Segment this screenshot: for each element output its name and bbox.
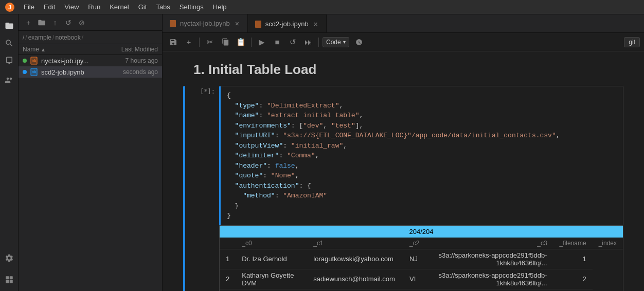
output-table: _c0 _c1 _c2 _c3 _filename _index 1Dr. Iz…	[220, 238, 623, 292]
table-cell: s3a://sparkoneks-appcode291f5ddb-1khk8u4…	[426, 249, 553, 269]
col-header-c2: _c2	[403, 238, 426, 249]
notebook-content: 1. Initial Table Load [*]: { "type": "De…	[163, 51, 644, 291]
col-header-filename: _filename	[553, 238, 593, 249]
table-row: 2Katharyn Goyette DVMsadiewunsch@hotmail…	[220, 269, 623, 289]
copy-button[interactable]	[219, 35, 232, 49]
paste-button[interactable]: 📋	[234, 35, 247, 49]
tab-notebook-icon	[169, 20, 177, 28]
menu-view[interactable]: View	[60, 2, 83, 12]
svg-text:J: J	[8, 5, 11, 10]
cut-button[interactable]: ✂	[203, 35, 217, 49]
stop-button[interactable]: ■	[271, 35, 284, 49]
svg-text:nb: nb	[32, 59, 37, 62]
table-cell: s3a://sparkoneks-appcode291f5ddb-1khk8u4…	[426, 289, 553, 291]
cell-body[interactable]: { "type": "DelimitedExtract", "name": "e…	[219, 86, 623, 291]
file-name: nyctaxi-job.ipy...	[41, 57, 98, 65]
status-dot-blue	[23, 70, 27, 74]
list-item[interactable]: nb nyctaxi-job.ipy... 7 hours ago	[19, 55, 162, 66]
breadcrumb-root[interactable]: /	[23, 34, 24, 41]
tab-scd2[interactable]: scd2-job.ipynb ×	[248, 14, 327, 32]
file-panel-actions: + ↑ ↺ ⊘	[23, 17, 87, 28]
menu-file[interactable]: File	[20, 2, 39, 12]
cell-active-bar	[183, 86, 185, 291]
menu-settings[interactable]: Settings	[175, 2, 208, 12]
column-modified-header[interactable]: Last Modified	[101, 46, 158, 53]
svg-rect-2	[6, 276, 9, 279]
menu-help[interactable]: Help	[209, 2, 231, 12]
breadcrumb: / / example / notebook /	[19, 31, 162, 44]
file-panel-toolbar: + ↑ ↺ ⊘	[19, 14, 162, 31]
table-row: 1Dr. Iza Gerholdloragutkowski@yahoo.comN…	[220, 249, 623, 269]
col-header-c0: _c0	[236, 238, 307, 249]
git-icon[interactable]	[2, 53, 16, 68]
table-cell: danniekemmer@yahoo.com	[307, 289, 403, 291]
tab-notebook-icon	[254, 20, 262, 28]
chevron-down-icon: ▾	[343, 39, 346, 45]
refresh-button[interactable]: ↺	[63, 17, 74, 28]
users-icon[interactable]	[2, 73, 16, 87]
svg-rect-3	[9, 276, 12, 279]
menu-kernel[interactable]: Kernel	[105, 2, 133, 12]
toolbar-separator	[318, 38, 319, 47]
table-cell: VI	[403, 269, 426, 289]
save-button[interactable]	[167, 35, 180, 49]
add-cell-button[interactable]: +	[182, 35, 195, 49]
file-list: nb nyctaxi-job.ipy... 7 hours ago nb scd…	[19, 55, 162, 291]
fast-forward-button[interactable]: ⏭	[301, 35, 315, 49]
column-name-header[interactable]: Name ▲	[23, 46, 101, 53]
table-cell: Dr. Iza Gerhold	[236, 249, 307, 269]
extensions-icon[interactable]	[2, 272, 16, 287]
tab-label: scd2-job.ipynb	[265, 20, 309, 28]
notebook-icon: nb	[30, 68, 38, 76]
svg-rect-12	[170, 20, 176, 27]
app-logo: J	[4, 2, 15, 13]
table-cell: 3	[220, 289, 236, 291]
tab-bar: nyctaxi-job.ipynb × scd2-job.ipynb ×	[163, 14, 644, 33]
tab-close-button[interactable]: ×	[233, 20, 241, 28]
table-cell: Nikolas Tromp	[236, 289, 307, 291]
search-icon[interactable]	[2, 36, 16, 50]
icon-sidebar	[0, 14, 19, 291]
table-cell: s3a://sparkoneks-appcode291f5ddb-1khk8u4…	[426, 269, 553, 289]
notebook-toolbar: + ✂ 📋 ▶ ■ ↺ ⏭ Code ▾ git	[163, 33, 644, 51]
output-progress: 204/204	[220, 226, 623, 238]
cell-heading: 1. Initial Table Load	[183, 62, 623, 78]
breadcrumb-example[interactable]: example	[28, 34, 51, 41]
new-folder-button[interactable]	[36, 17, 47, 28]
svg-rect-13	[255, 21, 261, 28]
menu-git[interactable]: Git	[134, 2, 151, 12]
col-header-index	[220, 238, 236, 249]
filter-button[interactable]: ⊘	[76, 17, 87, 28]
restart-button[interactable]: ↺	[286, 35, 299, 49]
table-cell: 3	[553, 289, 593, 291]
menubar: J File Edit View Run Kernel Git Tabs Set…	[0, 0, 644, 14]
breadcrumb-notebook[interactable]: notebook	[55, 34, 80, 41]
svg-rect-4	[6, 280, 9, 283]
new-file-button[interactable]: +	[23, 17, 34, 28]
file-name: scd2-job.ipynb	[41, 68, 98, 76]
run-button[interactable]: ▶	[255, 35, 269, 49]
files-icon[interactable]	[2, 19, 16, 33]
table-cell: NJ	[403, 249, 426, 269]
svg-rect-5	[9, 280, 12, 283]
menu-edit[interactable]: Edit	[40, 2, 59, 12]
code-cell[interactable]: { "type": "DelimitedExtract", "name": "e…	[219, 86, 623, 226]
git-button[interactable]: git	[624, 37, 640, 47]
upload-button[interactable]: ↑	[49, 17, 61, 28]
content-area: nyctaxi-job.ipynb × scd2-job.ipynb × + ✂	[163, 14, 644, 291]
toolbar-separator	[251, 38, 252, 47]
time-display	[355, 39, 363, 46]
code-cell-wrapper: [*]: { "type": "DelimitedExtract", "name…	[183, 86, 623, 291]
list-item[interactable]: nb scd2-job.ipynb seconds ago	[19, 66, 162, 78]
menu-run[interactable]: Run	[84, 2, 104, 12]
table-cell: sadiewunsch@hotmail.com	[307, 269, 403, 289]
tab-close-button[interactable]: ×	[312, 20, 320, 28]
tab-nyctaxi[interactable]: nyctaxi-job.ipynb ×	[163, 14, 248, 32]
menu-tabs[interactable]: Tabs	[152, 2, 174, 12]
table-cell: 2	[553, 269, 593, 289]
table-cell: VI	[403, 289, 426, 291]
settings-icon[interactable]	[2, 251, 16, 265]
col-header-idx: _index	[593, 238, 623, 249]
kernel-selector[interactable]: Code ▾	[323, 37, 349, 47]
svg-text:nb: nb	[32, 70, 37, 74]
